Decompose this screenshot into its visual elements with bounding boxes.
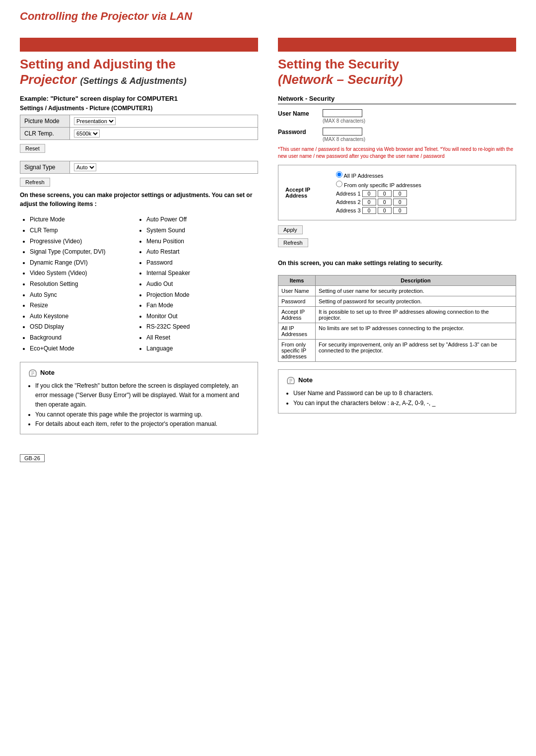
table-row: CLR Temp. 6500k bbox=[20, 128, 258, 140]
table-row: Signal Type Auto bbox=[20, 161, 258, 174]
list-item: Menu Position bbox=[146, 236, 258, 247]
user-name-label: User Name bbox=[278, 109, 323, 117]
apply-button[interactable]: Apply bbox=[278, 225, 303, 234]
desc-desc-4: For security improvement, only an IP add… bbox=[316, 340, 516, 362]
desc-desc-2: It is possible to set up to three IP add… bbox=[316, 307, 516, 323]
table-row: User Name Setting of user name for secur… bbox=[278, 286, 516, 296]
warning-text: *This user name / password is for access… bbox=[278, 146, 516, 160]
list-item: Video System (Video) bbox=[30, 268, 141, 279]
address3-input3[interactable] bbox=[393, 207, 407, 214]
list-item: Projection Mode bbox=[146, 290, 258, 301]
address2-input2[interactable] bbox=[378, 199, 392, 206]
accept-ip-section: Accept IP Address All IP Addresses From … bbox=[278, 165, 516, 220]
user-name-row: User Name (MAX 8 characters) bbox=[278, 109, 516, 124]
list-item: Internal Speaker bbox=[146, 268, 258, 279]
desc-item-2: Accept IP Address bbox=[278, 307, 316, 323]
password-input[interactable] bbox=[323, 128, 362, 136]
left-section-title: Setting and Adjusting the Projector (Set… bbox=[20, 57, 258, 87]
right-section-bar bbox=[278, 38, 516, 52]
list-item: All Reset bbox=[146, 333, 258, 344]
radio-specific-label: From only specific IP addresses bbox=[344, 182, 421, 188]
picture-mode-select[interactable]: Presentation bbox=[74, 117, 116, 125]
address3-label: Address 3 bbox=[336, 207, 361, 213]
address1-input1[interactable] bbox=[362, 190, 376, 197]
example-heading: Example: "Picture" screen display for CO… bbox=[20, 95, 258, 102]
address1-label: Address 1 bbox=[336, 191, 361, 197]
password-hint: (MAX 8 characters) bbox=[323, 137, 516, 142]
picture-mode-value[interactable]: Presentation bbox=[70, 115, 258, 128]
note-icon-left bbox=[27, 367, 38, 378]
settings-table: Picture Mode Presentation CLR Temp. 6500… bbox=[20, 115, 258, 140]
table-row: Password Setting of password for securit… bbox=[278, 296, 516, 307]
refresh-button-right[interactable]: Refresh bbox=[278, 238, 308, 247]
list-item: Auto Power Off bbox=[146, 214, 258, 225]
reset-button[interactable]: Reset bbox=[20, 144, 45, 153]
right-note-box: Note User Name and Password can be up to… bbox=[278, 369, 516, 413]
user-name-field-area: (MAX 8 characters) bbox=[323, 109, 516, 124]
description-table: Items Description User Name Setting of u… bbox=[278, 275, 516, 362]
list-item: Dynamic Range (DVI) bbox=[30, 258, 141, 269]
list-item: Progressive (Video) bbox=[30, 236, 141, 247]
accept-ip-row: Accept IP Address All IP Addresses From … bbox=[283, 170, 511, 215]
password-field-area: (MAX 8 characters) bbox=[323, 128, 516, 142]
address2-input1[interactable] bbox=[362, 199, 376, 206]
list-item: OSD Display bbox=[30, 322, 141, 333]
user-name-input[interactable] bbox=[323, 109, 362, 117]
radio-all-label: All IP Addresses bbox=[343, 173, 383, 179]
list-item: Resize bbox=[30, 300, 141, 311]
list-item: Password bbox=[146, 258, 258, 269]
left-column: Setting and Adjusting the Projector (Set… bbox=[20, 38, 258, 462]
radio-all-ip[interactable] bbox=[336, 171, 342, 178]
accept-ip-table: Accept IP Address All IP Addresses From … bbox=[282, 169, 512, 216]
address1-input3[interactable] bbox=[393, 190, 407, 197]
network-security-label: Network - Security bbox=[278, 95, 516, 104]
body-text: On these screens, you can make projector… bbox=[20, 191, 258, 208]
desc-desc-0: Setting of user name for security protec… bbox=[316, 286, 516, 296]
list-item: CLR Temp bbox=[30, 225, 141, 236]
col-items-header: Items bbox=[278, 275, 316, 286]
list-item: RS-232C Speed bbox=[146, 322, 258, 333]
desc-item-4: From only specific IP addresses bbox=[278, 340, 316, 362]
signal-type-table: Signal Type Auto bbox=[20, 161, 258, 174]
note-item: For details about each item, refer to th… bbox=[35, 419, 251, 429]
list-item: Monitor Out bbox=[146, 311, 258, 322]
refresh-button-left[interactable]: Refresh bbox=[20, 178, 50, 187]
note-item: You cannot operate this page while the p… bbox=[35, 410, 251, 419]
radio-specific-ip[interactable] bbox=[336, 181, 342, 187]
address1-input2[interactable] bbox=[378, 190, 392, 197]
note-icon-right bbox=[285, 375, 296, 386]
clr-temp-value[interactable]: 6500k bbox=[70, 128, 258, 140]
settings-label: Settings / Adjustments - Picture (COMPUT… bbox=[20, 105, 258, 112]
note-item: If you click the "Refresh" button before… bbox=[35, 381, 251, 410]
right-note-item-0: User Name and Password can be up to 8 ch… bbox=[293, 389, 509, 398]
address3-input2[interactable] bbox=[378, 207, 392, 214]
page-title: Controlling the Projector via LAN bbox=[20, 10, 516, 23]
address3-row: Address 3 bbox=[336, 207, 509, 214]
clr-temp-select[interactable]: 6500k bbox=[74, 130, 100, 137]
address3-input1[interactable] bbox=[362, 207, 376, 214]
list-item: Eco+Quiet Mode bbox=[30, 344, 141, 354]
signal-type-value[interactable]: Auto bbox=[70, 161, 258, 174]
col-description-header: Description bbox=[316, 275, 516, 286]
list-item: Language bbox=[146, 344, 258, 354]
feature-list: Picture Mode CLR Temp Progressive (Video… bbox=[30, 214, 258, 354]
password-label: Password bbox=[278, 128, 323, 136]
table-row: Picture Mode Presentation bbox=[20, 115, 258, 128]
clr-temp-label: CLR Temp. bbox=[20, 128, 70, 140]
signal-type-select[interactable]: Auto bbox=[74, 163, 96, 171]
right-section-title: Setting the Security (Network – Security… bbox=[278, 57, 516, 87]
right-column: Setting the Security (Network – Security… bbox=[278, 38, 516, 462]
accept-ip-options: All IP Addresses From only specific IP a… bbox=[334, 170, 511, 215]
user-name-hint: (MAX 8 characters) bbox=[323, 118, 516, 124]
desc-item-1: Password bbox=[278, 296, 316, 307]
address2-label: Address 2 bbox=[336, 199, 361, 205]
list-item: System Sound bbox=[146, 225, 258, 236]
address2-row: Address 2 bbox=[336, 199, 509, 206]
address2-input3[interactable] bbox=[393, 199, 407, 206]
left-section-bar bbox=[20, 38, 258, 52]
signal-type-label: Signal Type bbox=[20, 161, 70, 174]
desc-desc-3: No limits are set to IP addresses connec… bbox=[316, 323, 516, 340]
list-item: Resolution Setting bbox=[30, 279, 141, 290]
radio-specific-row: From only specific IP addresses bbox=[336, 181, 509, 188]
radio-all-row: All IP Addresses bbox=[336, 171, 509, 179]
